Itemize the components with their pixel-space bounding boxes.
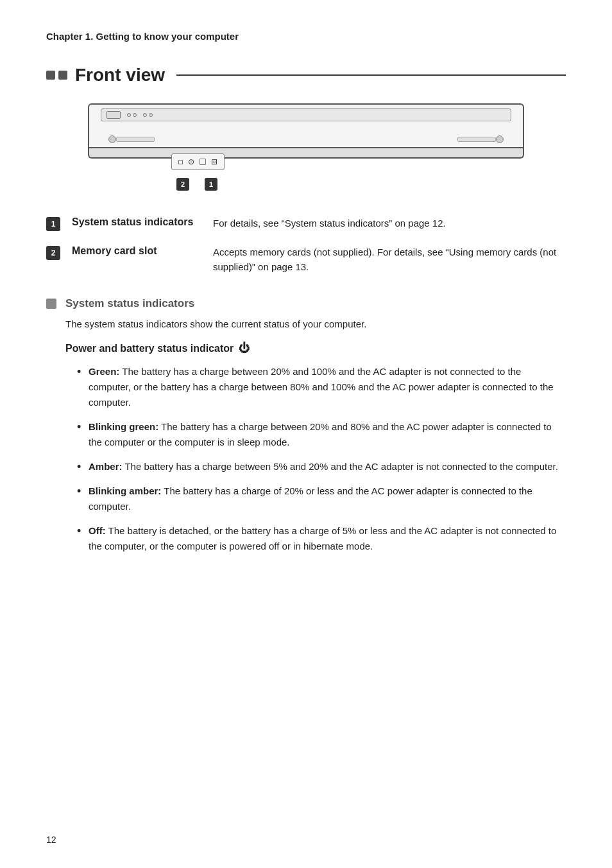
item-desc-2: Accepts memory cards (not supplied). For… [213,245,566,274]
bullet-list: Green: The battery has a charge between … [77,364,566,554]
bullet-item-blinking-green: Blinking green: The battery has a charge… [77,419,566,450]
subsection-icon [46,299,56,309]
port-dot-4 [149,113,153,117]
bullet-bold-green: Green: [89,366,119,377]
port-dot-2 [133,113,137,117]
connector-center-right [457,137,496,142]
item-badge-1: 1 [46,217,60,231]
connector-center-left [116,137,155,142]
port-dot-1 [127,113,131,117]
laptop-diagram: ⊙ ⊟ 2 1 [46,103,566,159]
port-dot-3 [143,113,147,117]
bullet-label-off: Off: The battery is detached, or the bat… [89,525,556,551]
item-desc-1: For details, see “System status indicato… [213,216,566,231]
front-view-title: Front view [75,65,165,85]
indicator-panel-1: ⊙ ⊟ [171,153,225,170]
laptop-bottom-base [88,148,524,159]
bullet-label-green: Green: The battery has a charge between … [89,366,554,408]
section-heading-front-view: Front view [46,65,566,85]
system-status-section: System status indicators The system stat… [46,297,566,554]
port-rect [106,111,121,119]
bullet-label-amber: Amber: The battery has a charge between … [89,461,558,472]
bullet-text-green: The battery has a charge between 20% and… [89,366,554,408]
item-table: 1 System status indicators For details, … [46,216,566,274]
item-label-1: System status indicators [72,216,213,228]
item-row-1: 1 System status indicators For details, … [46,216,566,231]
subsection-description: The system status indicators show the cu… [65,317,566,332]
square-icon-1 [46,71,55,80]
laptop-body [88,103,524,148]
ind-circle-1 [178,160,183,164]
bullet-item-blinking-amber: Blinking amber: The battery has a charge… [77,483,566,514]
subsection-heading: System status indicators [46,297,566,310]
power-icon: ⏻ [239,342,250,355]
badge-1: 1 [205,178,217,191]
laptop-body-diagram: ⊙ ⊟ 2 1 [88,103,524,159]
section-heading-icons [46,71,67,80]
ind-rect-1 [200,159,206,165]
square-icon-2 [58,71,67,80]
port-dots-1 [127,113,137,117]
bullet-text-amber: The battery has a charge between 5% and … [124,461,557,472]
bullet-label-blinking-amber: Blinking amber: The battery has a charge… [89,485,532,512]
subsection-title: System status indicators [65,297,194,310]
power-heading-text: Power and battery status indicator [65,343,234,354]
bullet-bold-blinking-green: Blinking green: [89,421,158,432]
item-label-2: Memory card slot [72,245,213,257]
bullet-bold-off: Off: [89,525,106,536]
item-row-2: 2 Memory card slot Accepts memory cards … [46,245,566,274]
bullet-item-off: Off: The battery is detached, or the bat… [77,523,566,554]
power-heading: Power and battery status indicator ⏻ [65,342,566,355]
bullet-bold-blinking-amber: Blinking amber: [89,485,161,496]
connector-left [108,135,116,143]
bullet-label-blinking-green: Blinking green: The battery has a charge… [89,421,552,447]
bullet-bold-amber: Amber: [89,461,123,472]
badge-row: 2 1 [176,177,217,191]
port-dots-2 [143,113,153,117]
laptop-top-bar [101,108,511,121]
connector-right [496,135,504,143]
badge-2: 2 [176,178,189,191]
item-badge-2: 2 [46,246,60,260]
chapter-title: Chapter 1. Getting to know your computer [46,31,566,42]
bullet-item-green: Green: The battery has a charge between … [77,364,566,410]
bullet-item-amber: Amber: The battery has a charge between … [77,459,566,474]
bullet-text-off: The battery is detached, or the battery … [89,525,556,551]
ind-label-1: ⊙ [188,157,194,166]
page-number: 12 [46,835,56,845]
heading-divider [176,74,566,76]
ind-label-2: ⊟ [211,157,217,166]
bullet-text-blinking-green: The battery has a charge between 20% and… [89,421,552,447]
